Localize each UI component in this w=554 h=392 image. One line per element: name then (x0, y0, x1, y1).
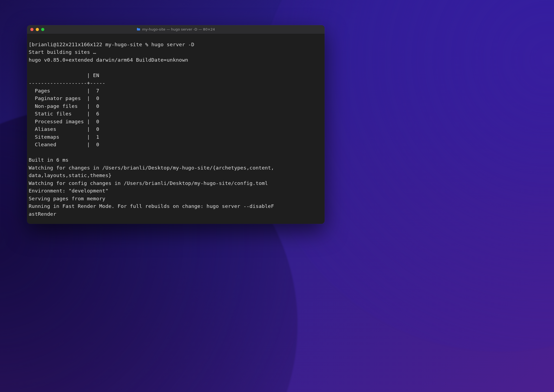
window-controls (30, 28, 44, 31)
zoom-icon[interactable] (41, 28, 44, 31)
window-title-text: my-hugo-site — hugo server -D — 80×24 (142, 27, 215, 31)
folder-icon (137, 28, 140, 32)
window-titlebar[interactable]: my-hugo-site — hugo server -D — 80×24 (27, 25, 325, 34)
close-icon[interactable] (30, 28, 34, 31)
terminal-window[interactable]: my-hugo-site — hugo server -D — 80×24 [b… (27, 25, 325, 224)
terminal-output[interactable]: [brianli@122x211x166x122 my-hugo-site % … (27, 39, 325, 219)
minimize-icon[interactable] (36, 28, 39, 31)
window-title: my-hugo-site — hugo server -D — 80×24 (27, 27, 325, 32)
